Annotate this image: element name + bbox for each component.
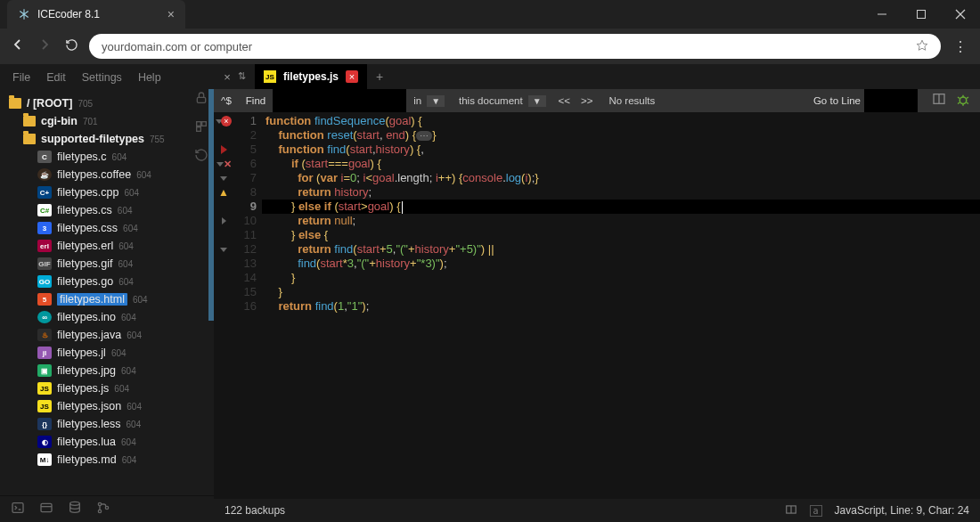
window-close-button[interactable]: [941, 0, 980, 29]
new-tab-button[interactable]: +: [367, 69, 392, 84]
svg-rect-1: [918, 11, 926, 19]
database-icon[interactable]: [68, 501, 82, 518]
tree-file[interactable]: ∞filetypes.ino604: [5, 308, 214, 326]
find-input[interactable]: [273, 89, 406, 112]
regex-toggle[interactable]: ^$: [221, 95, 232, 106]
browser-tab-title: ICEcoder 8.1: [37, 8, 160, 20]
menu-help[interactable]: Help: [138, 71, 161, 84]
tree-file[interactable]: M↓filetypes.md604: [5, 451, 214, 469]
breakpoint-icon[interactable]: [221, 145, 227, 154]
editor-tab-filetypes-js[interactable]: JS filetypes.js ×: [255, 64, 367, 89]
svg-point-14: [98, 510, 101, 512]
output-icon[interactable]: [39, 501, 53, 518]
char-display-icon[interactable]: a: [810, 505, 822, 517]
tree-file-size: 604: [111, 348, 127, 358]
file-manager-sidebar: File Edit Settings Help / [ROOT] 705 cgi…: [0, 64, 214, 522]
lock-icon[interactable]: [194, 91, 208, 109]
tree-file-name: filetypes.js: [57, 382, 109, 395]
git-icon[interactable]: [96, 501, 110, 518]
find-scope-doc[interactable]: this document: [459, 95, 523, 106]
bookmark-star-icon[interactable]: [916, 39, 928, 54]
minimize-button[interactable]: [862, 0, 902, 29]
layout-icon[interactable]: [932, 92, 946, 110]
maximize-button[interactable]: [902, 0, 941, 29]
close-icon[interactable]: ×: [167, 7, 175, 21]
tree-file-size: 604: [127, 402, 142, 412]
tab-close-icon[interactable]: ×: [346, 70, 358, 83]
app-menu-bar: File Edit Settings Help: [0, 64, 214, 91]
tree-file-name: filetypes.cs: [57, 204, 112, 216]
tree-file-size: 604: [121, 313, 136, 322]
tree-file[interactable]: C#filetypes.cs604: [5, 201, 214, 219]
tree-root[interactable]: / [ROOT] 705: [5, 94, 214, 112]
tree-folder-supported-filetypes[interactable]: supported-filetypes 755: [5, 130, 214, 148]
tree-file[interactable]: ♨filetypes.java604: [5, 326, 214, 344]
tree-folder-cgi-bin[interactable]: cgi-bin 701: [5, 112, 214, 130]
browser-tab[interactable]: ICEcoder 8.1 ×: [7, 0, 185, 29]
nav-forward-button[interactable]: [36, 37, 53, 55]
backups-count[interactable]: 122 backups: [225, 504, 285, 517]
tree-file-name: filetypes.css: [57, 222, 118, 234]
tree-file[interactable]: 3filetypes.css604: [5, 219, 214, 237]
filetype-icon: ▣: [37, 364, 52, 377]
tree-file[interactable]: 5filetypes.html604: [5, 290, 214, 308]
nav-back-button[interactable]: [9, 37, 27, 55]
tree-file-size: 604: [118, 259, 134, 269]
split-view-icon[interactable]: [785, 503, 797, 518]
svg-rect-10: [41, 503, 52, 511]
file-tree[interactable]: / [ROOT] 705 cgi-bin 701 supported-filet…: [0, 91, 214, 495]
line-numbers[interactable]: 125678910111213141516: [233, 112, 262, 499]
tree-file[interactable]: erlfiletypes.erl604: [5, 237, 214, 255]
find-scope-in[interactable]: in: [413, 95, 421, 106]
url-bar[interactable]: yourdomain.com or computer: [89, 34, 941, 59]
refresh-icon[interactable]: [194, 148, 208, 166]
tree-file-size: 604: [118, 241, 134, 251]
browser-menu-button[interactable]: ⋮: [950, 38, 971, 55]
tree-file[interactable]: GOfiletypes.go604: [5, 273, 214, 290]
menu-edit[interactable]: Edit: [46, 71, 66, 84]
menu-settings[interactable]: Settings: [82, 71, 122, 84]
js-icon: JS: [264, 70, 276, 83]
editor-tabs-row: × ⇅ JS filetypes.js × +: [214, 64, 980, 89]
tree-file[interactable]: C+filetypes.cpp604: [5, 184, 214, 201]
terminal-icon[interactable]: [11, 501, 25, 518]
tree-file[interactable]: Cfiletypes.c604: [5, 148, 214, 166]
filetype-icon: ♨: [37, 329, 52, 341]
find-next-button[interactable]: >>: [576, 95, 598, 106]
tree-file-name: filetypes.less: [57, 418, 121, 430]
tree-file[interactable]: jlfiletypes.jl604: [5, 344, 214, 362]
tree-file-name: filetypes.c: [57, 151, 107, 163]
tree-file-size: 604: [121, 366, 136, 376]
tree-file-size: 604: [121, 437, 136, 447]
tree-file-name: filetypes.md: [57, 453, 117, 466]
chevron-down-icon[interactable]: ▼: [528, 95, 546, 107]
tree-file[interactable]: ◐filetypes.lua604: [5, 433, 214, 451]
nav-reload-button[interactable]: [62, 38, 80, 55]
tree-file[interactable]: {}filetypes.less604: [5, 415, 214, 433]
tree-file-name: filetypes.erl: [57, 240, 113, 252]
filetype-icon: C#: [37, 204, 52, 216]
tree-file[interactable]: JSfiletypes.js604: [5, 379, 214, 397]
code-editor[interactable]: × ✕ ▲ 125678910111213141516 function fin: [214, 112, 980, 499]
find-prev-button[interactable]: <<: [553, 95, 576, 106]
svg-point-15: [105, 506, 108, 509]
tree-file[interactable]: ▣filetypes.jpg604: [5, 362, 214, 379]
svg-rect-9: [12, 502, 23, 512]
plugins-icon[interactable]: [194, 119, 208, 137]
menu-file[interactable]: File: [12, 71, 30, 84]
bug-icon[interactable]: [955, 92, 971, 110]
tree-file[interactable]: ☕filetypes.coffee604: [5, 166, 214, 184]
close-all-tabs-icon[interactable]: ×: [221, 70, 233, 84]
goto-line-input[interactable]: [864, 89, 918, 112]
tree-file[interactable]: GIFfiletypes.gif604: [5, 255, 214, 273]
find-bar: ^$ Find in ▼ this document ▼ << >> No re…: [214, 89, 980, 112]
code-content[interactable]: function findSequence(goal) { function r…: [262, 112, 980, 499]
tree-file[interactable]: JSfiletypes.json604: [5, 397, 214, 415]
tree-file-name: filetypes.coffee: [57, 168, 131, 181]
tab-sort-icon[interactable]: ⇅: [235, 70, 248, 84]
filetype-icon: jl: [37, 347, 52, 359]
tree-file-size: 604: [122, 455, 137, 465]
gutter-marks[interactable]: × ✕ ▲: [214, 112, 233, 499]
svg-point-13: [98, 502, 101, 505]
chevron-down-icon[interactable]: ▼: [427, 95, 445, 107]
